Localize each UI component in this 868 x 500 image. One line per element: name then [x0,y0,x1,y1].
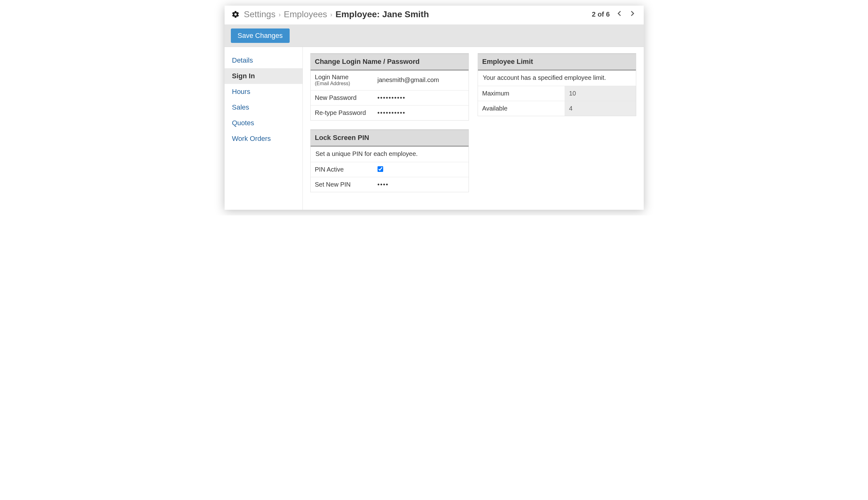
retype-password-label: Re-type Password [310,105,373,120]
next-record-button[interactable] [627,9,637,20]
chevron-right-icon: › [279,11,281,18]
chevron-left-icon [616,10,623,17]
sidebar-item-sales[interactable]: Sales [225,100,303,115]
sidebar-item-hours[interactable]: Hours [225,84,303,100]
sidebar-item-sign-in[interactable]: Sign In [225,68,303,84]
pin-panel: Lock Screen PIN Set a unique PIN for eac… [310,129,469,192]
login-name-label: Login Name (Email Address) [310,70,373,90]
retype-password-input[interactable]: •••••••••• [377,109,406,116]
chevron-right-icon: › [330,11,332,18]
login-panel-title: Change Login Name / Password [310,54,469,70]
available-label: Available [478,101,565,116]
breadcrumb-employees[interactable]: Employees [284,9,327,20]
pin-active-label: PIN Active [310,162,373,177]
breadcrumb-settings[interactable]: Settings [244,9,275,20]
available-value: 4 [565,101,636,116]
pin-panel-title: Lock Screen PIN [310,129,469,146]
sidebar: Details Sign In Hours Sales Quotes Work … [225,47,303,210]
new-password-label: New Password [310,90,373,105]
login-panel: Change Login Name / Password Login Name … [310,53,469,121]
pin-active-checkbox[interactable] [377,166,383,172]
sidebar-item-details[interactable]: Details [225,53,303,68]
set-pin-input[interactable]: •••• [377,181,389,188]
employee-limit-panel: Employee Limit Your account has a specif… [478,53,636,116]
chevron-right-icon [629,10,636,17]
gear-icon[interactable] [232,10,239,19]
prev-record-button[interactable] [615,9,624,20]
pin-panel-info: Set a unique PIN for each employee. [310,146,469,162]
maximum-value: 10 [565,86,636,101]
breadcrumb-current: Employee: Jane Smith [336,9,429,20]
new-password-input[interactable]: •••••••••• [377,94,406,101]
set-pin-label: Set New PIN [310,177,373,192]
maximum-label: Maximum [478,86,565,101]
employee-limit-info: Your account has a specified employee li… [478,70,636,86]
sidebar-item-work-orders[interactable]: Work Orders [225,131,303,147]
login-name-input[interactable] [377,76,464,83]
record-position: 2 of 6 [592,10,610,19]
breadcrumb: Settings › Employees › Employee: Jane Sm… [244,9,592,20]
employee-limit-title: Employee Limit [478,54,636,70]
sidebar-item-quotes[interactable]: Quotes [225,115,303,131]
save-changes-button[interactable]: Save Changes [231,29,290,43]
